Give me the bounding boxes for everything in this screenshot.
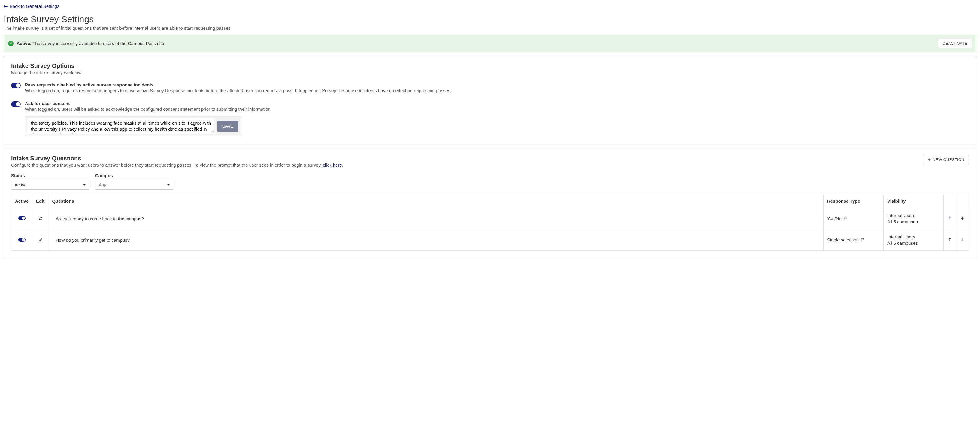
- options-subtitle: Manage the intake survey workflow: [11, 70, 969, 75]
- questions-panel: Intake Survey Questions Configure the qu…: [3, 149, 977, 259]
- arrow-left-icon: [3, 4, 8, 8]
- move-up-button: [948, 216, 952, 221]
- question-text: Are you ready to come back to the campus…: [52, 216, 144, 221]
- deactivate-button[interactable]: DEACTIVATE: [938, 39, 972, 48]
- status-select[interactable]: Active: [11, 180, 89, 190]
- flag-icon: [843, 216, 848, 222]
- row-active-toggle[interactable]: [18, 216, 25, 221]
- check-circle-icon: [8, 41, 14, 46]
- consent-box: SAVE: [25, 116, 241, 136]
- row-active-toggle[interactable]: [18, 238, 25, 242]
- new-question-button[interactable]: NEW QUESTION: [923, 155, 969, 164]
- th-up: [944, 194, 956, 208]
- status-select-value: Active: [14, 182, 27, 187]
- page-title: Intake Survey Settings: [3, 14, 977, 24]
- page-subtitle: The intake survey is a set of initial qu…: [3, 25, 977, 31]
- filter-campus-label: Campus: [95, 173, 173, 178]
- questions-subtitle: Configure the questions that you want us…: [11, 162, 917, 168]
- option-pass-requests: Pass requests disabled by active survey …: [11, 82, 969, 93]
- options-title: Intake Survey Options: [11, 62, 969, 69]
- campus-select-value: Any: [99, 182, 106, 187]
- option-pass-requests-desc: When toggled on, requires response manag…: [25, 88, 969, 93]
- option-consent-desc: When toggled on, users will be asked to …: [25, 106, 969, 112]
- move-down-button: [960, 237, 965, 242]
- toggle-pass-requests[interactable]: [11, 83, 21, 88]
- move-up-button[interactable]: [948, 237, 952, 242]
- table-row: Are you ready to come back to the campus…: [11, 208, 969, 229]
- edit-button[interactable]: [38, 237, 43, 242]
- caret-down-icon: [83, 183, 86, 186]
- move-down-button[interactable]: [960, 216, 965, 221]
- option-pass-requests-title: Pass requests disabled by active survey …: [25, 82, 969, 87]
- options-panel: Intake Survey Options Manage the intake …: [3, 56, 977, 145]
- th-response: Response Type: [824, 194, 884, 208]
- th-down: [956, 194, 969, 208]
- status-banner: Active. The survey is currently availabl…: [3, 35, 977, 52]
- response-type: Single selection: [827, 237, 859, 242]
- visibility: Internal UsersAll 5 campuses: [887, 234, 940, 246]
- back-link-text: Back to General Settings: [10, 3, 59, 9]
- questions-table: Active Edit Questions Response Type Visi…: [11, 194, 969, 251]
- filter-row: Status Active Campus Any: [11, 173, 969, 190]
- caret-down-icon: [167, 183, 170, 186]
- question-text: How do you primarily get to campus?: [52, 238, 130, 243]
- click-here-link[interactable]: click here: [323, 162, 342, 168]
- table-row: How do you primarily get to campus?Singl…: [11, 229, 969, 251]
- toggle-consent[interactable]: [11, 102, 21, 107]
- edit-button[interactable]: [38, 216, 43, 221]
- filter-status-label: Status: [11, 173, 89, 178]
- th-visibility: Visibility: [884, 194, 944, 208]
- back-link[interactable]: Back to General Settings: [3, 3, 59, 9]
- campus-select[interactable]: Any: [95, 180, 173, 190]
- response-type: Yes/No: [827, 216, 842, 221]
- status-text: Active. The survey is currently availabl…: [16, 41, 165, 46]
- visibility: Internal UsersAll 5 campuses: [887, 212, 940, 225]
- plus-icon: [928, 158, 931, 162]
- flag-icon: [861, 238, 865, 243]
- th-edit: Edit: [32, 194, 48, 208]
- save-button[interactable]: SAVE: [217, 121, 239, 132]
- option-consent-title: Ask for user consent: [25, 101, 969, 106]
- questions-title: Intake Survey Questions: [11, 155, 917, 162]
- new-question-label: NEW QUESTION: [933, 157, 964, 162]
- consent-textarea[interactable]: [28, 118, 215, 134]
- option-consent: Ask for user consent When toggled on, us…: [11, 101, 969, 136]
- th-active: Active: [11, 194, 32, 208]
- th-question: Questions: [48, 194, 824, 208]
